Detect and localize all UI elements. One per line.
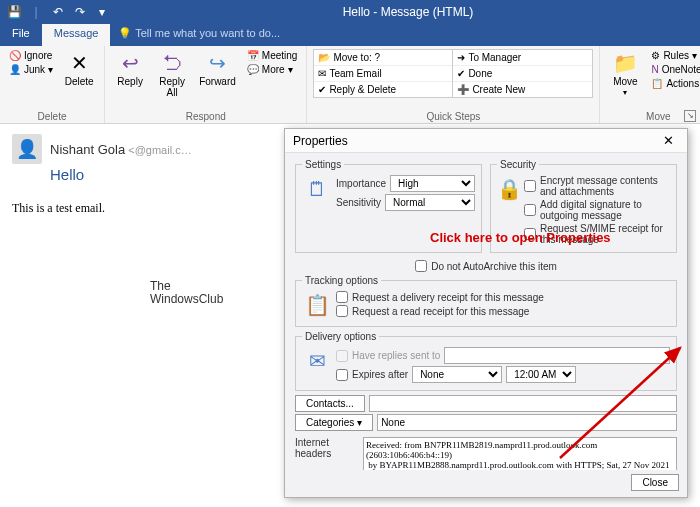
tab-file[interactable]: File	[0, 24, 42, 46]
group-respond: ↩Reply ⮌Reply All ↪Forward 📅Meeting 💬Mor…	[105, 46, 307, 123]
replies-input	[444, 347, 670, 364]
watermark: The WindowsClub	[150, 280, 223, 306]
reply-all-icon: ⮌	[162, 51, 182, 75]
internet-headers-textarea[interactable]: Received: from BN7PR11MB2819.namprd11.pr…	[363, 437, 677, 470]
ribbon: 🚫Ignore 👤Junk▾ ✕Delete Delete ↩Reply ⮌Re…	[0, 46, 700, 124]
from-email: <@gmail.c…	[128, 144, 191, 156]
meeting-button[interactable]: 📅Meeting	[244, 49, 301, 62]
onenote-button[interactable]: NOneNote	[648, 63, 700, 76]
undo-icon[interactable]: ↶	[50, 4, 66, 20]
group-label-delete: Delete	[6, 111, 98, 122]
onenote-icon: N	[651, 64, 658, 75]
qs-reply-delete[interactable]: ✔Reply & Delete	[314, 82, 452, 97]
mail-icon: ✉	[318, 68, 326, 79]
security-legend: Security	[497, 159, 539, 170]
done-icon: ✔	[457, 68, 465, 79]
tracking-legend: Tracking options	[302, 275, 381, 286]
more-respond-button[interactable]: 💬More▾	[244, 63, 301, 76]
meeting-icon: 📅	[247, 50, 259, 61]
forward-icon: ↪	[209, 51, 226, 75]
chevron-down-icon: ▾	[288, 64, 293, 75]
reply-button[interactable]: ↩Reply	[111, 49, 149, 89]
dialog-title: Properties	[293, 134, 348, 148]
delivery-icon: ✉	[302, 346, 332, 376]
chevron-down-icon: ▾	[692, 50, 697, 61]
qs-done[interactable]: ✔Done	[453, 66, 592, 82]
more-icon: 💬	[247, 64, 259, 75]
qs-moveto[interactable]: 📂Move to: ?	[314, 50, 452, 66]
security-fieldset: Security 🔒 Encrypt message contents and …	[490, 159, 677, 253]
encrypt-checkbox[interactable]	[524, 180, 536, 192]
group-label-quicksteps: Quick Steps	[313, 111, 593, 122]
autoarchive-checkbox[interactable]	[415, 260, 427, 272]
lock-icon: 🔒	[497, 174, 522, 204]
window-title: Hello - Message (HTML)	[116, 5, 700, 19]
sensitivity-select[interactable]: Normal	[385, 194, 475, 211]
sender-avatar: 👤	[12, 134, 42, 164]
folder-icon: 📂	[318, 52, 330, 63]
qat-sep: |	[28, 4, 44, 20]
move-icon: 📁	[613, 51, 638, 75]
from-name: Nishant Gola	[50, 142, 125, 157]
contacts-input[interactable]	[369, 395, 677, 412]
delete-icon: ✕	[71, 51, 88, 75]
reply-delete-icon: ✔	[318, 84, 326, 95]
expires-checkbox[interactable]	[336, 369, 348, 381]
sensitivity-label: Sensitivity	[336, 197, 381, 208]
expires-date-select[interactable]: None	[412, 366, 502, 383]
settings-icon: 🗒	[302, 174, 332, 204]
settings-legend: Settings	[302, 159, 344, 170]
forward-icon: ➜	[457, 52, 465, 63]
importance-label: Importance	[336, 178, 386, 189]
read-receipt-checkbox[interactable]	[336, 305, 348, 317]
smime-checkbox[interactable]	[524, 228, 536, 240]
dialog-close-button[interactable]: ✕	[657, 133, 679, 148]
save-icon[interactable]: 💾	[6, 4, 22, 20]
ignore-button[interactable]: 🚫Ignore	[6, 49, 56, 62]
properties-dialog: Properties ✕ Settings 🗒 Importance High …	[284, 128, 688, 498]
reply-all-button[interactable]: ⮌Reply All	[153, 49, 191, 100]
rules-icon: ⚙	[651, 50, 660, 61]
categories-button[interactable]: Categories ▾	[295, 414, 373, 431]
quick-steps-gallery[interactable]: 📂Move to: ? ✉Team Email ✔Reply & Delete	[313, 49, 453, 98]
importance-select[interactable]: High	[390, 175, 475, 192]
delivery-receipt-checkbox[interactable]	[336, 291, 348, 303]
tracking-icon: 📋	[302, 290, 332, 320]
expires-time-select[interactable]: 12:00 AM	[506, 366, 576, 383]
actions-icon: 📋	[651, 78, 663, 89]
sign-checkbox[interactable]	[524, 204, 536, 216]
ribbon-tabs: File Message Tell me what you want to do…	[0, 24, 700, 46]
headers-label: Internet headers	[295, 437, 359, 459]
qs-team-email[interactable]: ✉Team Email	[314, 66, 452, 82]
tags-dialog-launcher[interactable]: ↘	[684, 110, 696, 122]
junk-icon: 👤	[9, 64, 21, 75]
qs-to-manager[interactable]: ➜To Manager	[453, 50, 592, 66]
qs-create-new[interactable]: ➕Create New	[453, 82, 592, 97]
chevron-down-icon: ▾	[48, 64, 53, 75]
junk-button[interactable]: 👤Junk▾	[6, 63, 56, 76]
redo-icon[interactable]: ↷	[72, 4, 88, 20]
delete-button[interactable]: ✕Delete	[60, 49, 98, 89]
chevron-down-icon: ▾	[623, 88, 627, 97]
actions-button[interactable]: 📋Actions▾	[648, 77, 700, 90]
categories-input[interactable]	[377, 414, 677, 431]
delivery-legend: Delivery options	[302, 331, 379, 342]
close-button[interactable]: Close	[631, 474, 679, 491]
move-button[interactable]: 📁Move▾	[606, 49, 644, 99]
qat-more-icon[interactable]: ▾	[94, 4, 110, 20]
group-delete: 🚫Ignore 👤Junk▾ ✕Delete Delete	[0, 46, 105, 123]
settings-fieldset: Settings 🗒 Importance High Sensitivity N…	[295, 159, 482, 253]
quick-steps-gallery-2[interactable]: ➜To Manager ✔Done ➕Create New	[453, 49, 593, 98]
delivery-fieldset: Delivery options ✉ Have replies sent to …	[295, 331, 677, 391]
reply-icon: ↩	[122, 51, 139, 75]
dialog-titlebar: Properties ✕	[285, 129, 687, 153]
contacts-button[interactable]: Contacts...	[295, 395, 365, 412]
forward-button[interactable]: ↪Forward	[195, 49, 240, 89]
rules-button[interactable]: ⚙Rules▾	[648, 49, 700, 62]
tracking-fieldset: Tracking options 📋 Request a delivery re…	[295, 275, 677, 327]
tab-message[interactable]: Message	[42, 24, 111, 46]
ignore-icon: 🚫	[9, 50, 21, 61]
replies-checkbox	[336, 350, 348, 362]
group-label-respond: Respond	[111, 111, 300, 122]
tell-me-search[interactable]: Tell me what you want to do...	[110, 24, 288, 46]
